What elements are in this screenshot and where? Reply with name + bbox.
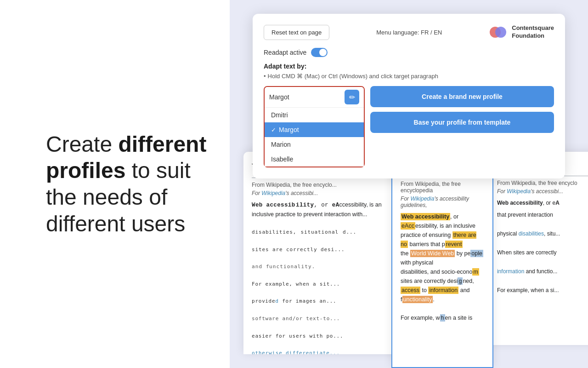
wiki-body-left: Web accessibility, or eAccessibility, is…: [252, 200, 392, 354]
plugin-card: Reset text on page Menu language: FR / E…: [253, 14, 565, 178]
action-buttons: Create a brand new profile Base your pro…: [370, 86, 554, 133]
wiki-italic-right: For Wikipedia's accessibi...: [497, 188, 588, 195]
wiki-subtitle-right: From Wikipedia, the free encyclo: [497, 180, 588, 186]
wiki-subtitle-middle: From Wikipedia, the free encyclopedia: [401, 181, 484, 194]
adapt-text-section: Adapt text by: Hold CMD ⌘ (Mac) or Ctrl …: [264, 63, 554, 80]
edit-profile-button[interactable]: ✏: [345, 90, 359, 104]
right-panel: Reset text on page Menu language: FR / E…: [230, 0, 588, 368]
profile-selector-bar: Margot ✏: [265, 87, 364, 107]
readapt-row: Readapt active: [264, 48, 554, 57]
left-panel: Create different profiles to suit the ne…: [0, 0, 234, 368]
reset-text-button[interactable]: Reset text on page: [264, 25, 329, 40]
wiki-card-right: Web accessibi From Wikipedia, the free e…: [489, 152, 588, 345]
wiki-card-middle: Web accessibility From Wikipedia, the fr…: [391, 152, 493, 368]
menu-language-label: Menu language: FR / EN: [329, 29, 489, 36]
wiki-previews: Web accessibility From Wikipedia, the fr…: [243, 152, 588, 368]
profiles-row: Margot ✏ Dmitri Margot Marion Isabelle C…: [264, 86, 554, 167]
profile-item-isabelle[interactable]: Isabelle: [265, 152, 364, 167]
profile-dropdown[interactable]: Margot ✏ Dmitri Margot Marion Isabelle: [264, 86, 365, 167]
readapt-label: Readapt active: [264, 49, 306, 56]
wiki-italic-left: For Wikipedia's accessibi...: [252, 190, 392, 196]
wiki-subtitle-left: From Wikipedia, the free encyclo...: [252, 182, 392, 188]
profile-item-margot[interactable]: Margot: [265, 122, 364, 137]
adapt-hint: Hold CMD ⌘ (Mac) or Ctrl (Windows) and c…: [264, 73, 554, 80]
logo-text: Contentsquare Foundation: [512, 24, 554, 40]
profile-dropdown-list: Dmitri Margot Marion Isabelle: [265, 107, 364, 167]
wiki-card-left: Web accessibility From Wikipedia, the fr…: [243, 152, 401, 354]
contentsquare-logo-icon: [489, 23, 507, 41]
wiki-body-right: Web accessibility, or eA that prevent in…: [497, 198, 588, 295]
template-profile-button[interactable]: Base your profile from template: [370, 112, 554, 133]
profile-item-dmitri[interactable]: Dmitri: [265, 108, 364, 122]
current-profile-name: Margot: [269, 93, 341, 101]
wiki-italic-middle: For Wikipedia's accessibility guidelines…: [401, 196, 484, 208]
profile-item-marion[interactable]: Marion: [265, 137, 364, 152]
create-profile-button[interactable]: Create a brand new profile: [370, 86, 554, 107]
readapt-toggle[interactable]: [311, 48, 328, 57]
logo-area: Contentsquare Foundation: [489, 23, 554, 41]
adapt-title: Adapt text by:: [264, 63, 554, 70]
main-headline: Create different profiles to suit the ne…: [46, 131, 207, 237]
wiki-body-middle: Web accessibility, or eAccessibility, is…: [401, 212, 484, 322]
svg-point-1: [495, 27, 506, 38]
plugin-header: Reset text on page Menu language: FR / E…: [264, 23, 554, 41]
